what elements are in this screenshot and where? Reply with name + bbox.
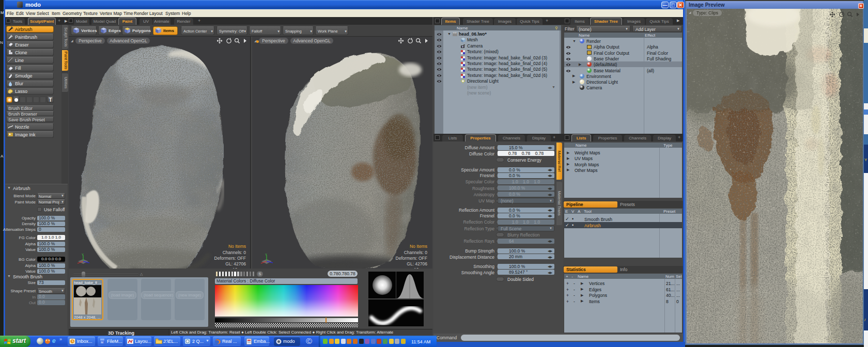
svg-text:Y: Y [82,253,84,256]
svg-text:M: M [101,341,103,344]
svg-text:Y: Y [265,253,267,256]
